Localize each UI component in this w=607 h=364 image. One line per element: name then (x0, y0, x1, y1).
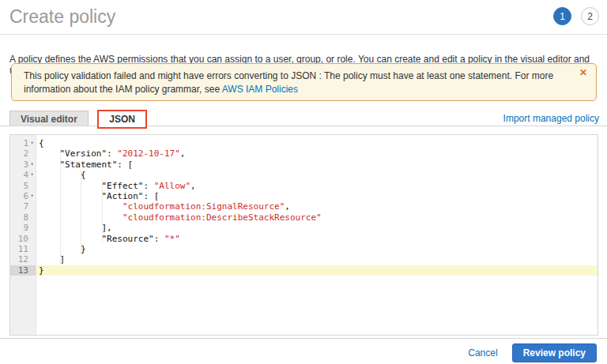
step-indicator: 1 2 (553, 7, 599, 25)
editor-line[interactable]: } (36, 244, 598, 254)
gutter-line-number[interactable]: 8 (10, 212, 36, 223)
json-string-token: "2012-10-17" (117, 148, 179, 159)
json-plain-token: } (39, 265, 44, 276)
gutter-line-number[interactable]: 5 (10, 181, 36, 191)
review-policy-button[interactable]: Review policy (512, 343, 597, 362)
tab-visual-editor[interactable]: Visual editor (9, 111, 89, 126)
editor-code[interactable]: { "Version": "2012-10-17", "Statement": … (36, 135, 598, 335)
json-plain-token (39, 201, 123, 212)
line-number: 11 (18, 244, 28, 254)
json-plain-token (39, 212, 123, 223)
editor-line[interactable]: "Version": "2012-10-17", (36, 148, 598, 159)
editor-line[interactable]: ], (36, 223, 598, 233)
json-plain-token: , (285, 201, 290, 212)
gutter-line-number[interactable]: 2 (10, 148, 36, 159)
tab-bar-divider (0, 126, 607, 126)
json-plain-token: } (39, 244, 86, 254)
line-number: 2 (23, 148, 28, 159)
gutter-line-number[interactable]: 11 (10, 244, 36, 254)
gutter-line-number[interactable]: 7 (10, 201, 36, 212)
line-number: 9 (23, 223, 28, 233)
close-icon[interactable]: ✕ (579, 68, 587, 77)
line-number: 4 (23, 170, 28, 180)
fold-icon[interactable]: ▾ (28, 191, 36, 201)
json-plain-token: "Statement": [ (39, 159, 133, 170)
gutter-line-number[interactable]: 9 (10, 223, 36, 233)
json-plain-token: "Action": [ (39, 191, 159, 201)
editor-line[interactable]: { (36, 170, 598, 180)
fold-icon[interactable]: ▾ (28, 170, 36, 180)
json-editor[interactable]: 1▾23▾4▾56▾78910111213 { "Version": "2012… (9, 134, 598, 336)
line-number: 10 (18, 234, 28, 244)
editor-line[interactable]: "cloudformation:SignalResource", (36, 201, 598, 212)
gutter-line-number[interactable]: 10 (10, 234, 36, 244)
editor-line[interactable]: "Action": [ (36, 191, 598, 201)
editor-line[interactable]: "Statement": [ (36, 159, 598, 170)
step-1-badge: 1 (553, 7, 571, 25)
json-plain-token: { (39, 138, 44, 148)
json-string-token: "Allow" (154, 181, 190, 191)
editor-gutter: 1▾23▾4▾56▾78910111213 (10, 135, 36, 335)
footer-divider (0, 338, 607, 339)
gutter-line-number[interactable]: 13 (10, 265, 36, 276)
json-plain-token: "Resource": (39, 234, 164, 244)
gutter-line-number[interactable]: 6▾ (10, 191, 36, 201)
editor-line[interactable]: { (36, 138, 598, 148)
footer-actions: Cancel Review policy (468, 343, 597, 362)
gutter-line-number[interactable]: 1▾ (10, 138, 36, 148)
json-plain-token: ] (39, 254, 65, 265)
validation-warning-banner: This policy validation failed and might … (11, 63, 597, 101)
line-number: 5 (23, 181, 28, 191)
json-plain-token: "Effect": (39, 181, 154, 191)
editor-line[interactable]: "cloudformation:DescribeStackResource" (36, 212, 598, 223)
line-number: 1 (23, 138, 28, 148)
editor-line[interactable]: "Resource": "*" (36, 234, 598, 244)
header-divider (0, 34, 607, 35)
create-policy-page: Create policy 1 2 A policy defines the A… (0, 0, 607, 364)
line-number: 7 (23, 201, 28, 212)
tab-bar: Visual editor JSON Import managed policy (0, 111, 607, 126)
json-plain-token: ], (39, 223, 112, 233)
editor-line[interactable]: } (36, 265, 598, 276)
json-string-token: "cloudformation:DescribeStackResource" (123, 212, 322, 223)
line-number: 6 (23, 191, 28, 201)
page-title: Create policy (9, 6, 115, 28)
gutter-line-number[interactable]: 12 (10, 254, 36, 265)
line-number: 12 (18, 254, 28, 265)
json-plain-token: "Version": (39, 148, 117, 159)
import-managed-policy-link[interactable]: Import managed policy (503, 113, 599, 124)
json-string-token: "cloudformation:SignalResource" (123, 201, 285, 212)
editor-line[interactable]: "Effect": "Allow", (36, 181, 598, 191)
fold-icon[interactable]: ▾ (28, 159, 36, 170)
gutter-line-number[interactable]: 4▾ (10, 170, 36, 180)
json-plain-token: , (190, 181, 196, 191)
fold-icon[interactable]: ▾ (28, 138, 36, 148)
line-number: 3 (23, 159, 28, 170)
json-string-token: "*" (164, 234, 180, 244)
line-number: 13 (18, 265, 28, 276)
json-plain-token: , (180, 148, 186, 159)
aws-iam-policies-link[interactable]: AWS IAM Policies (222, 84, 298, 95)
json-plain-token: { (39, 170, 86, 180)
line-number: 8 (23, 212, 28, 223)
editor-line[interactable]: ] (36, 254, 598, 265)
tab-json[interactable]: JSON (99, 111, 145, 127)
gutter-line-number[interactable]: 3▾ (10, 159, 36, 170)
step-2-badge: 2 (581, 7, 599, 25)
cancel-button[interactable]: Cancel (468, 347, 497, 358)
